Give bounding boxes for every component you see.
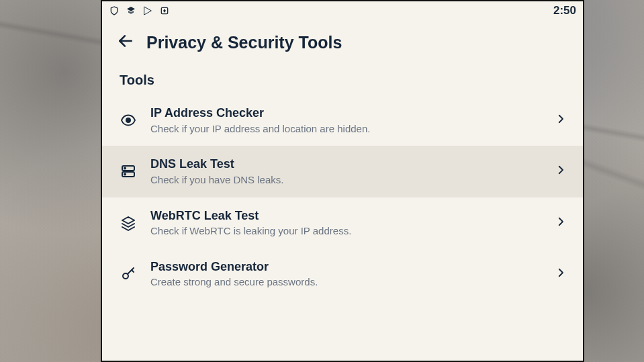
layers-icon — [118, 215, 138, 231]
list-item-desc: Create strong and secure passwords. — [150, 276, 543, 289]
app-window: 2:50 Privacy & Security Tools Tools IP A… — [101, 0, 584, 362]
svg-line-10 — [132, 270, 134, 272]
section-title-tools: Tools — [102, 67, 583, 95]
list-item-body: IP Address Checker Check if your IP addr… — [150, 105, 543, 135]
chevron-right-icon — [555, 113, 567, 128]
play-store-icon — [142, 5, 153, 16]
clock: 2:50 — [553, 4, 576, 17]
svg-point-2 — [126, 118, 130, 122]
chevron-right-icon — [555, 216, 567, 230]
svg-point-5 — [124, 168, 126, 169]
list-item-webrtc-leak[interactable]: WebRTC Leak Test Check if WebRTC is leak… — [102, 197, 583, 248]
chevron-right-icon — [555, 267, 567, 281]
list-item-body: WebRTC Leak Test Check if WebRTC is leak… — [150, 208, 543, 238]
page-title: Privacy & Security Tools — [146, 33, 342, 52]
mcafee-icon — [109, 5, 120, 16]
svg-point-6 — [124, 174, 126, 175]
list-item-ip-checker[interactable]: IP Address Checker Check if your IP addr… — [102, 95, 583, 146]
list-item-desc: Check if your IP address and location ar… — [150, 123, 543, 136]
list-item-dns-leak[interactable]: DNS Leak Test Check if you have DNS leak… — [102, 146, 583, 197]
list-item-title: DNS Leak Test — [150, 156, 543, 172]
list-item-body: DNS Leak Test Check if you have DNS leak… — [150, 156, 543, 186]
list-item-desc: Check if WebRTC is leaking your IP addre… — [150, 225, 543, 238]
chevron-right-icon — [555, 164, 567, 179]
app-box-icon — [159, 5, 170, 16]
list-item-desc: Check if you have DNS leaks. — [150, 174, 543, 187]
svg-marker-7 — [122, 217, 134, 224]
list-item-title: IP Address Checker — [150, 105, 543, 121]
server-icon — [118, 163, 138, 179]
list-item-title: Password Generator — [150, 259, 543, 275]
list-item-password-gen[interactable]: Password Generator Create strong and sec… — [102, 248, 583, 300]
app-header: Privacy & Security Tools — [102, 20, 583, 67]
back-button[interactable] — [117, 32, 134, 52]
eye-icon — [118, 112, 138, 128]
list-item-body: Password Generator Create strong and sec… — [150, 259, 543, 289]
status-icons — [109, 5, 170, 16]
tools-list: IP Address Checker Check if your IP addr… — [102, 95, 583, 300]
status-bar: 2:50 — [102, 1, 583, 20]
fsecure-icon — [126, 5, 136, 16]
key-icon — [118, 266, 138, 282]
list-item-title: WebRTC Leak Test — [150, 208, 543, 224]
